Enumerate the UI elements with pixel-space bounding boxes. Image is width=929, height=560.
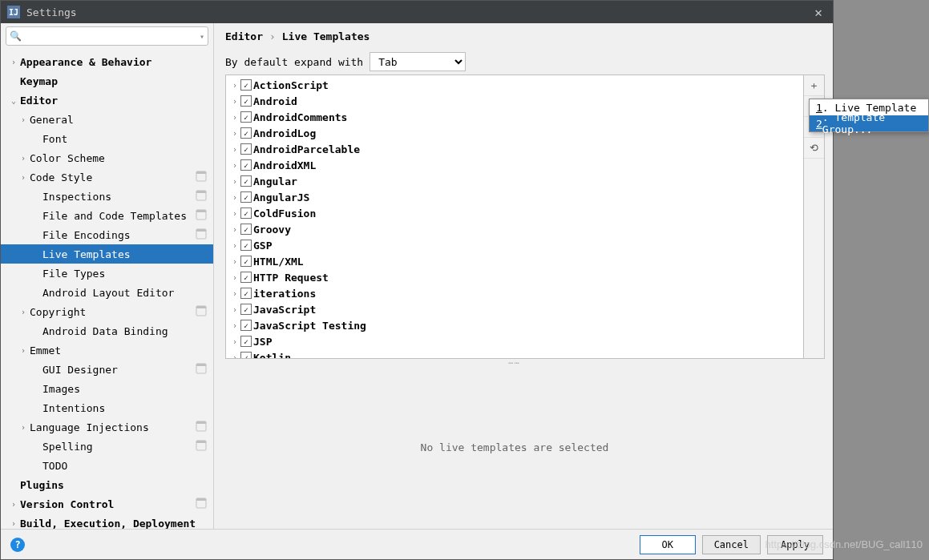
dialog-footer: ? OK Cancel Apply [1,529,833,559]
template-group-androidcomments[interactable]: ›✓AndroidComments [226,109,803,125]
chevron-right-icon: › [229,353,240,360]
project-badge-icon [196,440,208,453]
revert-button[interactable]: ⟲ [804,138,824,159]
template-group-http-request[interactable]: ›✓HTTP Request [226,269,803,285]
sidebar-item-plugins[interactable]: Plugins [1,475,213,494]
ok-button[interactable]: OK [640,535,696,554]
template-group-androidparcelable[interactable]: ›✓AndroidParcelable [226,141,803,157]
template-group-android[interactable]: ›✓Android [226,93,803,109]
sidebar-item-keymap[interactable]: Keymap [1,71,213,91]
chevron-right-icon: › [229,209,240,218]
template-group-angular[interactable]: ›✓Angular [226,173,803,189]
checkbox[interactable]: ✓ [240,79,252,91]
checkbox[interactable]: ✓ [240,207,252,219]
help-button[interactable]: ? [10,538,25,552]
chevron-icon: › [17,173,30,182]
template-group-gsp[interactable]: ›✓GSP [226,237,803,253]
checkbox[interactable]: ✓ [240,127,252,139]
template-group-label: HTML/XML [253,256,304,268]
search-input[interactable] [6,30,208,42]
breadcrumb-root: Editor [225,30,263,42]
project-badge-icon [196,498,208,510]
sidebar-item-color-scheme[interactable]: ›Color Scheme [1,148,213,167]
sidebar-item-build-execution-deployment[interactable]: ›Build, Execution, Deployment [1,514,213,529]
add-button[interactable]: ＋ [804,75,824,96]
template-group-kotlin[interactable]: ›✓Kotlin [226,349,803,359]
tree-label: Editor [20,95,213,107]
checkbox[interactable]: ✓ [240,175,252,187]
sidebar-item-file-encodings[interactable]: File Encodings [1,225,213,244]
checkbox[interactable]: ✓ [240,256,252,267]
sidebar-item-editor[interactable]: ⌄Editor [1,91,213,110]
expand-with-select[interactable]: Tab [370,52,466,71]
splitter-grip[interactable]: ⋯⋯ [225,359,804,365]
template-group-angularjs[interactable]: ›✓AngularJS [226,189,803,205]
tree-label: Language Injections [30,421,196,433]
template-group-groovy[interactable]: ›✓Groovy [226,221,803,237]
sidebar-item-language-injections[interactable]: ›Language Injections [1,417,213,437]
sidebar-item-appearance-behavior[interactable]: ›Appearance & Behavior [1,52,213,71]
checkbox[interactable]: ✓ [240,304,252,315]
cancel-button[interactable]: Cancel [702,535,761,554]
chevron-right-icon: › [229,97,240,106]
template-group-javascript-testing[interactable]: ›✓JavaScript Testing [226,317,803,333]
sidebar-item-emmet[interactable]: ›Emmet [1,340,213,360]
template-group-jsp[interactable]: ›✓JSP [226,333,803,349]
sidebar-item-general[interactable]: ›General [1,110,213,129]
sidebar-item-android-layout-editor[interactable]: Android Layout Editor [1,283,213,302]
watermark: https://blog.csdn.net/BUG_call110 [765,538,923,550]
sidebar-item-code-style[interactable]: ›Code Style [1,167,213,187]
sidebar-item-copyright[interactable]: ›Copyright [1,302,213,321]
checkbox[interactable]: ✓ [240,224,252,235]
checkbox[interactable]: ✓ [240,159,252,171]
checkbox[interactable]: ✓ [240,336,252,347]
template-group-label: JSP [253,336,272,348]
template-group-label: Kotlin [253,352,291,360]
sidebar-item-version-control[interactable]: ›Version Control [1,494,213,514]
sidebar-item-android-data-binding[interactable]: Android Data Binding [1,321,213,340]
checkbox[interactable]: ✓ [240,143,252,155]
chevron-right-icon: › [229,241,240,250]
template-group-coldfusion[interactable]: ›✓ColdFusion [226,205,803,221]
settings-tree[interactable]: ›Appearance & BehaviorKeymap⌄Editor›Gene… [1,49,213,529]
popup-item-template-group-[interactable]: 2. Template Group... [810,115,928,131]
template-group-iterations[interactable]: ›✓iterations [226,285,803,301]
sidebar-item-inspections[interactable]: Inspections [1,187,213,206]
sidebar-item-todo[interactable]: TODO [1,456,213,475]
template-group-html-xml[interactable]: ›✓HTML/XML [226,253,803,269]
checkbox[interactable]: ✓ [240,240,252,251]
search-history-icon[interactable]: ▾ [200,32,204,41]
template-group-actionscript[interactable]: ›✓ActionScript [226,77,803,93]
template-group-label: Groovy [253,224,291,236]
sidebar-item-live-templates[interactable]: Live Templates [1,244,213,264]
sidebar-item-images[interactable]: Images [1,379,213,398]
plus-icon: ＋ [809,79,819,93]
template-group-androidlog[interactable]: ›✓AndroidLog [226,125,803,141]
checkbox[interactable]: ✓ [240,288,252,299]
template-group-label: AngularJS [253,191,309,203]
chevron-right-icon: › [229,257,240,266]
sidebar-item-file-types[interactable]: File Types [1,264,213,283]
checkbox[interactable]: ✓ [240,320,252,331]
sidebar-item-file-and-code-templates[interactable]: File and Code Templates [1,206,213,225]
checkbox[interactable]: ✓ [240,191,252,203]
svg-rect-13 [196,421,206,424]
tree-label: Intentions [42,402,213,414]
sidebar-item-intentions[interactable]: Intentions [1,398,213,417]
template-group-label: JavaScript Testing [253,320,366,332]
project-badge-icon [196,421,208,433]
template-list[interactable]: ›✓ActionScript›✓Android›✓AndroidComments… [225,75,804,359]
sidebar-item-spelling[interactable]: Spelling [1,437,213,456]
checkbox[interactable]: ✓ [240,352,252,359]
template-group-androidxml[interactable]: ›✓AndroidXML [226,157,803,173]
svg-rect-1 [196,171,206,174]
checkbox[interactable]: ✓ [240,111,252,123]
checkbox[interactable]: ✓ [240,95,252,107]
chevron-right-icon: › [229,113,240,122]
sidebar-item-font[interactable]: Font [1,129,213,148]
checkbox[interactable]: ✓ [240,272,252,283]
sidebar-item-gui-designer[interactable]: GUI Designer [1,360,213,379]
close-icon[interactable]: ✕ [810,4,826,20]
template-group-javascript[interactable]: ›✓JavaScript [226,301,803,317]
add-popup-menu: 1. Live Template2. Template Group... [809,99,929,132]
